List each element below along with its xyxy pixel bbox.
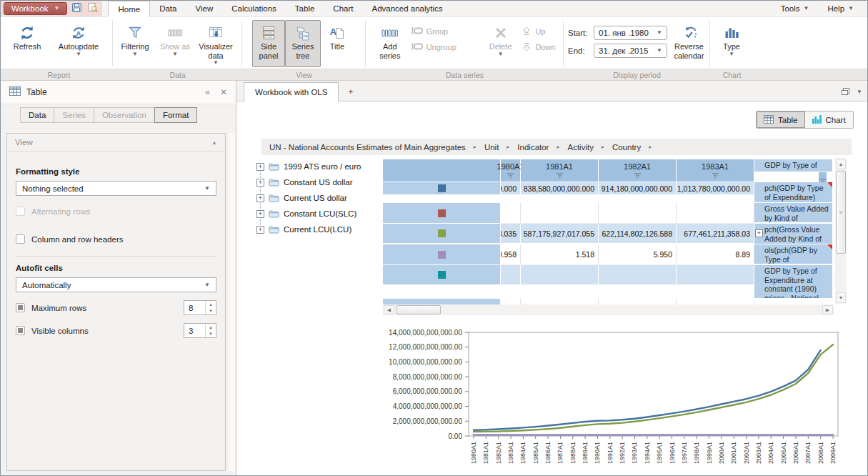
step-down-icon[interactable]: ▼: [206, 331, 216, 338]
print-preview-button[interactable]: [86, 3, 99, 15]
row-header-3[interactable]: Gross Value Added by Kind of Economic Ac…: [754, 203, 833, 223]
cell-r5c1[interactable]: [501, 265, 521, 285]
cell-r2c4[interactable]: [677, 203, 754, 224]
cell-r2c2[interactable]: [521, 203, 599, 224]
refresh-button[interactable]: Refresh: [5, 20, 49, 67]
cell-r1c1[interactable]: 796,680,000,000.000: [501, 182, 521, 195]
step-down-icon[interactable]: ▼: [206, 308, 216, 315]
tree-item-1999-ats-euro-euro[interactable]: +1999 ATS euro / euro: [256, 159, 382, 174]
row-header-1[interactable]: GDP by Type of Expenditure: [754, 159, 833, 172]
chart-type-button[interactable]: Type ▼: [714, 20, 749, 67]
menu-tab-advanced-analytics[interactable]: Advanced analytics: [362, 1, 452, 16]
menu-tab-chart[interactable]: Chart: [324, 1, 362, 16]
cell-r5c3[interactable]: [599, 265, 677, 285]
filter-icon[interactable]: [712, 172, 719, 179]
row-header-5[interactable]: ols(pch(GDP by Type of Expenditure)): [754, 244, 833, 264]
stepper-arrows[interactable]: ▲▼: [205, 301, 216, 314]
cell-r5c2[interactable]: [521, 265, 599, 285]
column-header-1982a1[interactable]: 1982A1: [599, 159, 677, 182]
vertical-scroll-thumb[interactable]: ≡: [836, 171, 846, 254]
cell-r2c3[interactable]: [599, 203, 677, 224]
tab-list-dropdown-icon[interactable]: ▼: [857, 89, 862, 95]
visualizer-data-button[interactable]: Visualizer data ▼: [193, 20, 239, 67]
tree-expander-icon[interactable]: +: [256, 194, 264, 202]
cell-r6c1[interactable]: 78.000: [501, 299, 521, 304]
scroll-track[interactable]: [836, 255, 846, 292]
breadcrumb-item-activity[interactable]: Activity: [567, 143, 593, 152]
stepper-arrows[interactable]: ▲▼: [205, 324, 216, 337]
tree-expander-icon[interactable]: +: [256, 226, 264, 234]
collapse-panel-button[interactable]: «: [205, 87, 210, 97]
horizontal-scroll-thumb[interactable]: [396, 305, 441, 314]
row-header-6[interactable]: GDP by Type of Expenditure at constant (…: [754, 265, 833, 299]
autofit-cells-select[interactable]: Automatically ▼: [16, 277, 216, 292]
step-up-icon[interactable]: ▲: [206, 324, 216, 331]
tree-item-constant-us-dollar[interactable]: +Constant US dollar: [256, 174, 382, 190]
scroll-left-button[interactable]: ◀: [384, 305, 394, 314]
cell-r4c2[interactable]: 1.518: [521, 244, 599, 265]
save-button[interactable]: [71, 3, 83, 15]
visible-columns-stepper[interactable]: 3 ▲▼: [184, 323, 216, 338]
tree-item-current-us-dollar[interactable]: +Current US dollar: [256, 190, 382, 206]
menu-tab-view[interactable]: View: [186, 1, 222, 16]
start-date-picker[interactable]: 01. янв .1980 ▼: [594, 26, 667, 40]
cell-r6c4[interactable]: [677, 299, 754, 304]
breadcrumb-item-unit[interactable]: Unit: [484, 143, 499, 152]
scroll-down-button[interactable]: ▼: [836, 292, 846, 303]
close-panel-button[interactable]: ✕: [220, 87, 227, 97]
reverse-calendar-button[interactable]: Reverse calendar: [669, 20, 709, 67]
filter-icon[interactable]: [507, 172, 514, 179]
view-section-header[interactable]: View ▲: [7, 134, 225, 152]
workbook-tab[interactable]: Workbook with OLS: [244, 82, 339, 101]
tree-item-current-lcu-lcu[interactable]: +Current LCU(LCU): [256, 222, 382, 237]
view-toggle-chart-button[interactable]: Chart: [805, 111, 853, 128]
workbook-menu-button[interactable]: Workbook ▼: [4, 2, 67, 15]
cell-r3c3[interactable]: 622,114,802,126.588: [599, 224, 677, 244]
horizontal-scrollbar[interactable]: ◀ ▶: [383, 304, 834, 315]
series-tree-toggle-button[interactable]: Series tree: [285, 20, 321, 67]
filter-icon[interactable]: [556, 172, 564, 179]
menu-tab-calculations[interactable]: Calculations: [222, 1, 286, 16]
cell-r4c1[interactable]: 10.958: [501, 244, 521, 265]
breadcrumb-item-un-national-accounts-estimates-of-main-aggregates[interactable]: UN - National Accounts Estimates of Main…: [269, 143, 466, 152]
row-expander-icon[interactable]: +: [755, 229, 763, 237]
cell-r1c4[interactable]: 1,013,780,000,000.00: [677, 182, 754, 195]
cell-r4c3[interactable]: 5.950: [599, 244, 677, 265]
breadcrumb-item-indicator[interactable]: Indicator: [517, 143, 549, 152]
cell-r6c3[interactable]: [599, 299, 677, 304]
side-panel-toggle-button[interactable]: Side panel: [252, 20, 285, 67]
tree-expander-icon[interactable]: +: [256, 163, 264, 171]
cell-r2c1[interactable]: [501, 203, 521, 224]
cell-r3c4[interactable]: 677,461,211,358.03: [677, 224, 754, 244]
filtering-button[interactable]: Filtering ▼: [113, 20, 157, 67]
add-series-button[interactable]: Add series: [371, 20, 409, 67]
cell-r3c1[interactable]: 578,397,367,223.035: [501, 224, 521, 244]
formatting-style-select[interactable]: Nothing selected ▼: [16, 181, 216, 196]
breadcrumb-item-country[interactable]: Country: [612, 143, 641, 152]
scroll-up-button[interactable]: ▲: [836, 159, 846, 169]
cell-r3c2[interactable]: 587,175,927,017.055: [521, 224, 599, 244]
cell-r4c4[interactable]: 8.89: [677, 244, 754, 265]
new-tab-button[interactable]: +: [339, 81, 362, 101]
cell-r5c4[interactable]: [677, 265, 754, 285]
panel-tab-data[interactable]: Data: [20, 107, 54, 123]
tree-item-constant-lcu-slc[interactable]: +Constant LCU(SLC): [256, 206, 382, 222]
column-header-1981a1[interactable]: 1981A1: [521, 159, 599, 182]
column-row-headers-checkbox[interactable]: Column and row headers: [16, 234, 216, 244]
view-toggle-table-button[interactable]: Table: [757, 111, 805, 128]
cell-r1c3[interactable]: 914,180,000,000.000: [599, 182, 677, 195]
step-up-icon[interactable]: ▲: [206, 301, 216, 308]
menu-tab-data[interactable]: Data: [150, 1, 186, 16]
menu-tools-button[interactable]: Tools▼: [772, 1, 819, 16]
scroll-track[interactable]: [443, 305, 822, 314]
cell-r6c2[interactable]: [521, 299, 599, 304]
maximum-rows-checkbox[interactable]: Maximum rows: [16, 303, 86, 312]
title-button[interactable]: A Title: [321, 20, 354, 67]
row-header-2[interactable]: pch(GDP by Type of Expenditure): [754, 182, 833, 203]
vertical-scrollbar[interactable]: ▲ ≡ ▼: [835, 158, 847, 304]
tree-expander-icon[interactable]: +: [256, 210, 264, 218]
menu-tab-table[interactable]: Table: [286, 1, 324, 16]
column-header-1983a1[interactable]: 1983A1: [677, 159, 754, 182]
menu-tab-home[interactable]: Home: [108, 1, 150, 17]
restore-window-icon[interactable]: [841, 86, 850, 99]
